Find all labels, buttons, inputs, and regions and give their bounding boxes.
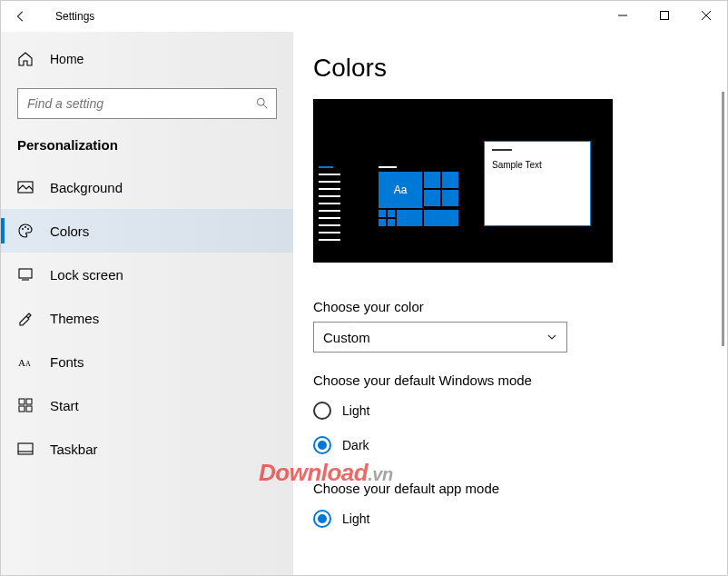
radio-icon — [313, 402, 331, 420]
nav-item-themes[interactable]: Themes — [1, 296, 293, 340]
svg-text:A: A — [25, 360, 31, 368]
home-button[interactable]: Home — [1, 39, 293, 79]
chevron-down-icon — [546, 332, 557, 343]
svg-line-3 — [263, 104, 267, 108]
search-box[interactable] — [17, 88, 277, 119]
preview-tiles: Aa — [379, 166, 460, 226]
back-button[interactable] — [1, 1, 41, 32]
app-mode-label: Choose your default app mode — [313, 481, 707, 496]
search-icon — [256, 97, 269, 110]
windows-mode-light-radio[interactable]: Light — [313, 395, 707, 426]
preview-start-menu — [319, 166, 344, 258]
nav-item-taskbar[interactable]: Taskbar — [1, 427, 293, 471]
svg-point-6 — [25, 226, 26, 228]
svg-rect-16 — [18, 443, 33, 454]
radio-label: Dark — [342, 438, 369, 452]
page-title: Colors — [313, 54, 707, 83]
app-mode-light-radio[interactable]: Light — [313, 503, 707, 534]
lock-screen-icon — [17, 266, 34, 283]
taskbar-icon — [17, 441, 34, 457]
windows-mode-label: Choose your default Windows mode — [313, 372, 707, 388]
nav-list: Background Colors Lock screen Themes AA … — [1, 165, 293, 471]
minimize-icon — [618, 11, 627, 20]
choose-color-dropdown[interactable]: Custom — [313, 322, 567, 353]
nav-item-label: Colors — [50, 223, 89, 239]
svg-point-2 — [257, 98, 264, 105]
svg-rect-14 — [19, 406, 25, 412]
nav-item-colors[interactable]: Colors — [1, 209, 293, 253]
search-input[interactable] — [27, 96, 256, 111]
close-button[interactable] — [685, 1, 727, 30]
preview-area: Aa — [313, 99, 613, 263]
svg-rect-8 — [19, 269, 32, 278]
nav-item-label: Lock screen — [50, 267, 123, 283]
close-icon — [702, 11, 711, 20]
svg-rect-1 — [661, 12, 669, 20]
section-title: Personalization — [1, 137, 293, 153]
scrollbar[interactable] — [722, 92, 724, 346]
window-controls — [602, 1, 727, 30]
fonts-icon: AA — [17, 353, 34, 370]
sidebar: Home Personalization Background Colors L… — [1, 32, 293, 575]
nav-item-lock-screen[interactable]: Lock screen — [1, 253, 293, 296]
nav-item-label: Taskbar — [50, 442, 98, 457]
minimize-button[interactable] — [602, 1, 644, 30]
nav-item-label: Fonts — [50, 354, 84, 370]
main-panel: Colors Aa — [293, 32, 727, 575]
svg-point-7 — [27, 228, 29, 230]
dropdown-value: Custom — [323, 330, 370, 345]
nav-item-start[interactable]: Start — [1, 383, 293, 427]
preview-sample-text: Sample Text — [492, 160, 542, 170]
colors-icon — [17, 223, 34, 239]
start-icon — [17, 397, 34, 413]
background-icon — [17, 179, 34, 195]
nav-item-label: Background — [50, 180, 123, 195]
maximize-icon — [660, 11, 669, 20]
radio-label: Light — [342, 511, 369, 526]
app-title: Settings — [55, 10, 94, 23]
themes-icon — [17, 310, 34, 326]
svg-rect-13 — [26, 399, 32, 404]
nav-item-label: Start — [50, 398, 79, 413]
preview-window: Sample Text — [484, 141, 591, 226]
windows-mode-dark-radio[interactable]: Dark — [313, 430, 707, 461]
svg-text:A: A — [18, 357, 25, 368]
maximize-button[interactable] — [644, 1, 685, 30]
home-label: Home — [50, 52, 84, 66]
svg-point-5 — [22, 228, 24, 230]
nav-item-background[interactable]: Background — [1, 165, 293, 209]
home-icon — [17, 51, 34, 67]
nav-item-fonts[interactable]: AA Fonts — [1, 340, 293, 383]
svg-rect-15 — [26, 406, 32, 412]
choose-color-label: Choose your color — [313, 299, 707, 314]
radio-icon — [313, 436, 331, 454]
svg-rect-12 — [19, 399, 25, 404]
back-arrow-icon — [15, 10, 27, 23]
radio-label: Light — [342, 403, 369, 418]
radio-icon — [313, 510, 331, 528]
preview-tile-large: Aa — [379, 172, 422, 208]
titlebar: Settings — [1, 1, 727, 32]
nav-item-label: Themes — [50, 311, 99, 326]
